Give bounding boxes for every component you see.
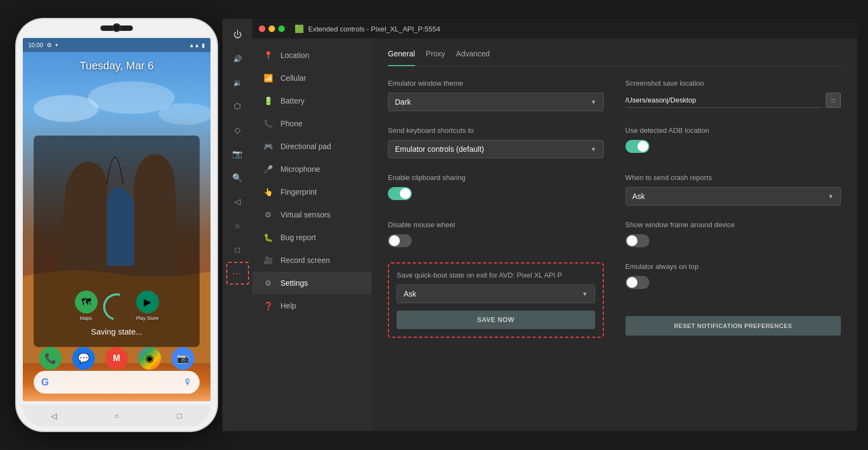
extended-controls-panel: 🟩 Extended controls - Pixel_XL_API_P:555… <box>252 19 857 431</box>
window-close-button[interactable] <box>259 25 265 32</box>
sidebar-item-directional-pad[interactable]: 🎮 Directional pad <box>252 135 372 158</box>
adb-location-label: Use detected ADB location <box>626 126 841 134</box>
window-controls <box>259 25 285 32</box>
zoom-toolbar-button[interactable]: 🔍 <box>226 166 249 189</box>
save-now-button[interactable]: SAVE NOW <box>397 311 595 329</box>
record-screen-sidebar-icon: 🎥 <box>263 255 273 265</box>
sidebar-label-settings: Settings <box>280 279 308 287</box>
crash-reports-dropdown[interactable]: Ask ▼ <box>626 187 841 205</box>
recents-toolbar-button[interactable]: □ <box>226 238 249 261</box>
home-nav-button[interactable]: ○ <box>108 408 125 424</box>
reset-notification-button[interactable]: RESET NOTIFICATION PREFERENCES <box>626 316 841 336</box>
screenshot-save-location-label: Screenshot save location <box>626 79 841 87</box>
always-on-top-toggle[interactable] <box>626 276 649 289</box>
window-minimize-button[interactable] <box>269 25 275 32</box>
screenshot-toolbar-button[interactable]: 📷 <box>226 143 249 165</box>
sidebar-item-fingerprint[interactable]: 👆 Fingerprint <box>252 181 372 203</box>
phone-app-icon[interactable]: 📞 <box>39 347 62 370</box>
microphone-sidebar-icon: 🎤 <box>263 164 273 174</box>
tag-toolbar-button[interactable]: ◇ <box>226 119 249 142</box>
recents-nav-button[interactable]: □ <box>171 408 187 424</box>
gmail-app-icon[interactable]: M <box>105 347 128 370</box>
more-toolbar-button[interactable]: ··· <box>226 262 249 285</box>
tab-advanced[interactable]: Advanced <box>456 49 490 61</box>
messages-app-icon[interactable]: 💬 <box>72 347 95 370</box>
keyboard-shortcuts-group: Send keyboard shortcuts to Emulator cont… <box>388 126 604 158</box>
settings-grid: Emulator window theme Dark ▼ Screenshot … <box>388 79 841 338</box>
extra-apps-row: 🗺 Maps ▶ Play Store <box>23 291 210 321</box>
wifi-icon: ▲▲ <box>189 42 200 48</box>
sidebar-label-virtual-sensors: Virtual sensors <box>280 210 330 219</box>
volume-down-toolbar-button[interactable]: 🔉 <box>226 71 249 94</box>
screenshot-path-row: □ <box>626 93 841 108</box>
mouse-wheel-toggle-knob <box>389 235 400 246</box>
sidebar-item-phone[interactable]: 📞 Phone <box>252 112 372 135</box>
directional-pad-sidebar-icon: 🎮 <box>263 142 273 151</box>
keyboard-shortcuts-label: Send keyboard shortcuts to <box>388 126 604 134</box>
always-on-top-knob <box>627 277 637 288</box>
window-maximize-button[interactable] <box>278 25 285 32</box>
sidebar-item-bug-report[interactable]: 🐛 Bug report <box>252 226 372 249</box>
mouse-wheel-label: Disable mouse wheel <box>388 221 604 229</box>
extended-controls-titlebar: 🟩 Extended controls - Pixel_XL_API_P:555… <box>252 19 857 38</box>
dropdown-arrow-icon: ▼ <box>591 99 597 105</box>
browse-button[interactable]: □ <box>826 93 841 108</box>
sidebar-label-help: Help <box>280 301 296 310</box>
sidebar-item-help[interactable]: ❓ Help <box>252 294 372 317</box>
play-store-app[interactable]: ▶ Play Store <box>136 291 159 321</box>
sidebar-item-battery[interactable]: 🔋 Battery <box>252 89 372 112</box>
dock-apps: 📞 💬 M ◉ 📷 <box>23 347 210 370</box>
sidebar-item-settings[interactable]: ⚙ Settings <box>252 272 372 294</box>
quickboot-arrow-icon: ▼ <box>582 291 588 297</box>
quickboot-value: Ask <box>404 290 416 298</box>
emulator-window-theme-value: Dark <box>395 98 411 106</box>
adb-location-toggle[interactable] <box>626 140 649 153</box>
screenshot-path-input[interactable] <box>626 93 822 108</box>
chrome-app-icon[interactable]: ◉ <box>138 347 161 370</box>
crash-reports-group: When to send crash reports Ask ▼ <box>626 173 841 205</box>
clipboard-sharing-label: Enable clipboard sharing <box>388 173 604 182</box>
sidebar-label-directional-pad: Directional pad <box>280 142 331 151</box>
always-on-top-label: Emulator always on top <box>626 262 841 271</box>
clipboard-toggle[interactable] <box>388 187 412 200</box>
sidebar-label-bug-report: Bug report <box>280 233 316 242</box>
fingerprint-sidebar-icon: 👆 <box>263 187 273 197</box>
sidebar-item-microphone[interactable]: 🎤 Microphone <box>252 158 372 181</box>
window-frame-group: Show window frame around device <box>626 221 841 247</box>
google-search-bar[interactable]: G 🎙 <box>34 371 200 394</box>
sidebar-item-record-screen[interactable]: 🎥 Record screen <box>252 249 372 272</box>
tab-general[interactable]: General <box>388 49 415 66</box>
crash-dropdown-arrow-icon: ▼ <box>828 193 834 200</box>
signal-icon: ▾ <box>55 42 58 48</box>
phone-camera <box>112 23 121 32</box>
rotate-toolbar-button[interactable]: ⬡ <box>226 95 249 118</box>
back-toolbar-button[interactable]: ◁ <box>226 190 249 213</box>
phone-screen[interactable]: 10:00 ⚙ ▾ ▲▲ ▮ Tuesday, Mar 6 Saving sta… <box>23 38 210 401</box>
mouse-wheel-group: Disable mouse wheel <box>388 221 604 247</box>
mouse-wheel-toggle[interactable] <box>388 234 412 247</box>
window-frame-toggle[interactable] <box>626 234 649 247</box>
quickboot-dropdown[interactable]: Ask ▼ <box>397 285 595 303</box>
home-toolbar-button[interactable]: ○ <box>226 214 249 237</box>
back-nav-button[interactable]: ◁ <box>46 408 62 424</box>
sidebar-item-cellular[interactable]: 📶 Cellular <box>252 67 372 89</box>
volume-up-toolbar-button[interactable]: 🔊 <box>226 47 249 70</box>
battery-sidebar-icon: 🔋 <box>263 96 273 106</box>
always-on-top-group: Emulator always on top RESET NOTIFICATIO… <box>626 262 841 336</box>
voice-search-icon[interactable]: 🎙 <box>183 377 192 387</box>
tab-proxy[interactable]: Proxy <box>426 49 445 61</box>
sidebar-label-location: Location <box>280 51 309 60</box>
play-store-icon: ▶ <box>136 291 159 313</box>
sidebar-item-virtual-sensors[interactable]: ⚙ Virtual sensors <box>252 203 372 226</box>
sidebar-label-fingerprint: Fingerprint <box>280 188 317 196</box>
play-store-label: Play Store <box>136 316 159 321</box>
power-toolbar-button[interactable]: ⏻ <box>226 23 249 46</box>
phone-device: 10:00 ⚙ ▾ ▲▲ ▮ Tuesday, Mar 6 Saving sta… <box>11 14 222 436</box>
keyboard-dropdown-arrow-icon: ▼ <box>591 146 597 152</box>
sidebar-item-location[interactable]: 📍 Location <box>252 44 372 67</box>
android-logo-icon: 🟩 <box>295 24 304 33</box>
emulator-window-theme-dropdown[interactable]: Dark ▼ <box>388 93 604 111</box>
camera-app-icon[interactable]: 📷 <box>171 347 194 370</box>
maps-app[interactable]: 🗺 Maps <box>75 291 98 321</box>
keyboard-shortcuts-dropdown[interactable]: Emulator controls (default) ▼ <box>388 140 604 158</box>
